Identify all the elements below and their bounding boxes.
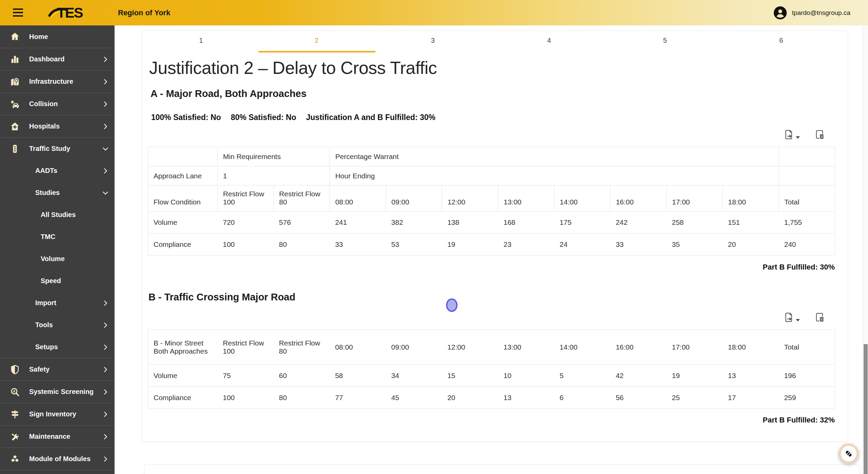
sidebar-item-aadts[interactable]: AADTs xyxy=(0,160,115,182)
cell: 5 xyxy=(554,365,610,387)
account-menu[interactable]: tpardo@tnsgroup.ca xyxy=(773,0,850,25)
sidebar-item-collision[interactable]: Collision xyxy=(0,93,115,115)
column-chooser-icon xyxy=(814,312,826,323)
table-row: Approach Lane 1 Hour Ending xyxy=(148,166,835,185)
export-file-icon xyxy=(783,129,794,140)
cell: 23 xyxy=(498,234,554,256)
export-button-table-a[interactable] xyxy=(782,128,795,141)
col-header: Restrict Flow 100 xyxy=(218,185,274,212)
cell: 13 xyxy=(498,387,554,409)
sidebar-item-systemic-screening[interactable]: Systemic Screening xyxy=(0,380,115,403)
cell: 80 xyxy=(274,387,330,409)
export-dropdown-caret-icon[interactable] xyxy=(794,314,801,327)
row-label: Volume xyxy=(148,212,218,234)
logo-text: TES xyxy=(57,5,83,21)
cell: 77 xyxy=(330,387,386,409)
sidebar-item-module-of-modules[interactable]: Module of Modules xyxy=(0,448,115,470)
cell: 10 xyxy=(498,365,554,387)
traffic-light-icon xyxy=(9,143,20,154)
cell: 13 xyxy=(723,365,779,387)
cell: 242 xyxy=(610,212,667,234)
sidebar-item-safety[interactable]: Safety xyxy=(0,358,115,380)
col-header: 12:00 xyxy=(442,330,498,365)
cell: 33 xyxy=(330,234,386,256)
chevron-right-icon xyxy=(102,123,109,130)
chevron-right-icon xyxy=(102,100,109,108)
stepper-step-2-active[interactable]: 2 xyxy=(303,37,330,44)
row-label: Compliance xyxy=(148,387,218,409)
export-button-table-b[interactable] xyxy=(782,311,795,324)
sidebar-item-tmc[interactable]: TMC xyxy=(0,226,115,248)
cell: 20 xyxy=(723,234,779,256)
cell: 720 xyxy=(218,212,274,234)
col-header: 12:00 xyxy=(442,185,498,212)
home-icon xyxy=(9,31,20,42)
chevron-right-icon xyxy=(102,299,109,307)
sidebar-item-hospitals[interactable]: Hospitals xyxy=(0,115,115,137)
column-chooser-button-table-b[interactable] xyxy=(813,311,826,324)
sidebar-item-sign-inventory[interactable]: Sign Inventory xyxy=(0,403,115,425)
col-header: Flow Condition xyxy=(148,185,218,212)
cell: 19 xyxy=(666,365,723,387)
sidebar-item-dashboard[interactable]: Dashboard xyxy=(0,48,115,70)
cell: 24 xyxy=(554,234,610,256)
vertical-scrollbar-track[interactable] xyxy=(863,25,868,474)
cell: 259 xyxy=(779,387,835,409)
col-header: 18:00 xyxy=(723,185,779,212)
cell: 258 xyxy=(666,212,723,234)
sidebar-item-volume[interactable]: Volume xyxy=(0,248,115,270)
sidebar-item-all-studies[interactable]: All Studies xyxy=(0,204,115,226)
shield-icon xyxy=(9,364,20,375)
table-row-compliance: Compliance 100 80 33 53 19 23 24 33 35 2… xyxy=(148,234,835,256)
cell: 240 xyxy=(779,234,835,256)
cell: 75 xyxy=(218,365,274,387)
cell: 25 xyxy=(666,387,723,409)
active-step-underline xyxy=(258,51,376,53)
chevron-right-icon xyxy=(102,433,109,440)
user-email: tpardo@tnsgroup.ca xyxy=(792,9,850,17)
cell: 382 xyxy=(386,212,442,234)
stat-justification-ab: Justification A and B Fulfilled: 30% xyxy=(306,113,436,122)
part-b-fulfilled-b: Part B Fulfilled: 32% xyxy=(763,416,835,424)
cell: 576 xyxy=(274,212,330,234)
table-row-volume: Volume 720 576 241 382 138 168 175 242 2… xyxy=(148,212,835,234)
sidebar-item-infrastructure[interactable]: Infrastructure xyxy=(0,70,115,93)
cell: 1,755 xyxy=(779,212,835,234)
stepper-step-3[interactable]: 3 xyxy=(419,37,446,44)
app-screen: TES Region of York tpardo@tnsgroup.ca Ho… xyxy=(0,0,868,474)
stepper-step-5[interactable]: 5 xyxy=(651,37,679,44)
table-major-road: Min Requirements Percentage Warrant Appr… xyxy=(148,147,835,256)
stepper-step-4[interactable]: 4 xyxy=(536,37,563,44)
cell: 35 xyxy=(666,234,723,256)
sidebar-item-traffic-study[interactable]: Traffic Study xyxy=(0,137,115,160)
sidebar-item-speed[interactable]: Speed xyxy=(0,270,115,292)
sidebar-item-home[interactable]: Home xyxy=(0,25,115,48)
export-dropdown-caret-icon[interactable] xyxy=(794,131,801,144)
tes-logo: TES xyxy=(47,3,91,24)
sidebar-item-import[interactable]: Import xyxy=(0,292,115,314)
feedback-fab-button[interactable] xyxy=(839,443,859,464)
col-header: 18:00 xyxy=(723,330,779,365)
row-header-approach-lane: Approach Lane xyxy=(148,166,218,185)
col-header: Restrict Flow 80 xyxy=(274,185,330,212)
col-header: 16:00 xyxy=(610,185,667,212)
col-header: 13:00 xyxy=(498,185,554,212)
tools-icon xyxy=(9,431,20,442)
cell: 151 xyxy=(723,212,779,234)
col-header: Restrict Flow 100 xyxy=(218,330,274,365)
col-header: Total xyxy=(779,185,835,212)
sidebar-item-setups[interactable]: Setups xyxy=(0,336,115,358)
sidebar-item-maintenance[interactable]: Maintenance xyxy=(0,425,115,448)
cubes-icon xyxy=(9,454,20,465)
table-column-header-row: Flow Condition Restrict Flow 100 Restric… xyxy=(148,185,835,212)
cell: 241 xyxy=(330,212,386,234)
column-chooser-button-table-a[interactable] xyxy=(813,128,826,141)
sidebar-item-studies[interactable]: Studies xyxy=(0,182,115,204)
section-b-heading: B - Traffic Crossing Major Road xyxy=(148,292,295,303)
stepper-step-1[interactable]: 1 xyxy=(187,37,215,44)
stepper-step-6[interactable]: 6 xyxy=(768,37,795,44)
vertical-scrollbar-thumb[interactable] xyxy=(864,344,868,474)
chevron-down-icon xyxy=(102,145,109,153)
hamburger-menu-icon[interactable] xyxy=(13,8,24,17)
sidebar-item-tools[interactable]: Tools xyxy=(0,314,115,336)
